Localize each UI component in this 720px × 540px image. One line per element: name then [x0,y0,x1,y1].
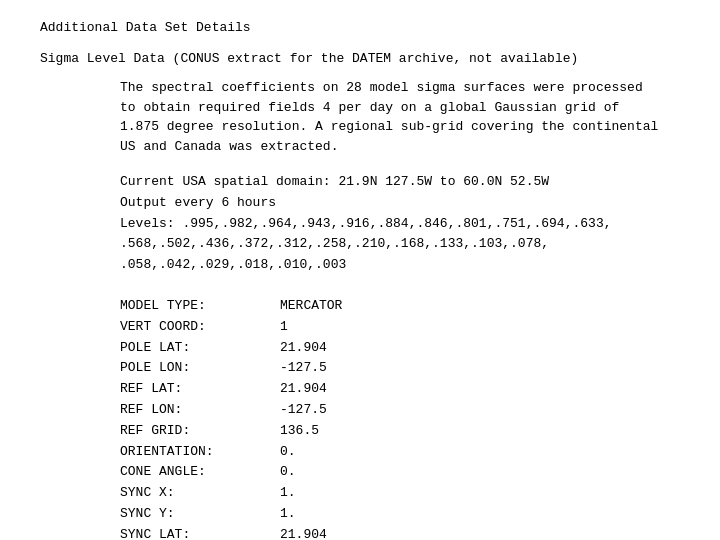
field-label: MODEL TYPE: [120,296,280,317]
field-value: 21.904 [280,525,680,540]
field-label: ORIENTATION: [120,442,280,463]
page-title: Additional Data Set Details [40,20,680,35]
field-label: REF LAT: [120,379,280,400]
field-value: 1 [280,317,680,338]
field-label: REF LON: [120,400,280,421]
field-label: SYNC Y: [120,504,280,525]
field-value: 21.904 [280,338,680,359]
levels-line-1: Levels: .995,.982,.964,.943,.916,.884,.8… [120,214,680,235]
table-row: ORIENTATION:0. [120,442,680,463]
table-row: SYNC Y:1. [120,504,680,525]
field-value: 136.5 [280,421,680,442]
table-row: VERT COORD:1 [120,317,680,338]
spatial-output: Output every 6 hours [120,193,680,214]
table-row: SYNC LAT:21.904 [120,525,680,540]
field-label: POLE LAT: [120,338,280,359]
field-value: 0. [280,462,680,483]
table-row: SYNC X:1. [120,483,680,504]
field-value: 1. [280,483,680,504]
table-row: MODEL TYPE:MERCATOR [120,296,680,317]
spatial-domain: Current USA spatial domain: 21.9N 127.5W… [120,172,680,193]
field-value: 1. [280,504,680,525]
field-value: -127.5 [280,358,680,379]
field-value: 0. [280,442,680,463]
table-row: REF LON:-127.5 [120,400,680,421]
description-text: The spectral coefficients on 28 model si… [120,80,658,154]
field-label: VERT COORD: [120,317,280,338]
field-value: MERCATOR [280,296,680,317]
levels-line-3: .058,.042,.029,.018,.010,.003 [120,255,680,276]
table-row: REF GRID:136.5 [120,421,680,442]
spatial-block: Current USA spatial domain: 21.9N 127.5W… [120,172,680,276]
field-label: REF GRID: [120,421,280,442]
field-label: CONE ANGLE: [120,462,280,483]
table-row: CONE ANGLE:0. [120,462,680,483]
field-value: -127.5 [280,400,680,421]
field-label: POLE LON: [120,358,280,379]
table-row: POLE LON:-127.5 [120,358,680,379]
levels-line-2: .568,.502,.436,.372,.312,.258,.210,.168,… [120,234,680,255]
description-block: The spectral coefficients on 28 model si… [120,78,680,156]
field-label: SYNC LAT: [120,525,280,540]
section-header: Sigma Level Data (CONUS extract for the … [40,51,680,66]
table-row: POLE LAT:21.904 [120,338,680,359]
table-row: REF LAT:21.904 [120,379,680,400]
field-label: SYNC X: [120,483,280,504]
field-value: 21.904 [280,379,680,400]
data-table: MODEL TYPE:MERCATORVERT COORD:1POLE LAT:… [120,296,680,540]
